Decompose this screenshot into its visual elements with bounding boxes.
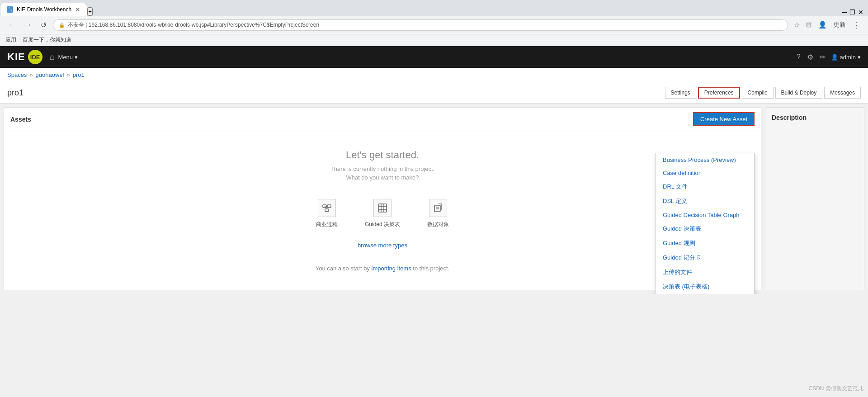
project-actions: Settings Preferences Compile Build & Dep… (665, 87, 861, 99)
bookmark-star[interactable]: ☆ (792, 19, 802, 31)
separator-2: » (67, 71, 70, 78)
restore-btn[interactable]: ❐ (849, 9, 855, 16)
app-header: KIE IDE ⌂ Menu ▾ ? ⚙ ✏ 👤 admin ▾ (0, 46, 868, 68)
create-new-asset-button[interactable]: Create New Asset (693, 112, 755, 126)
dropdown-menu: Business Process (Preview)Case definitio… (655, 153, 755, 294)
baidu-bookmark[interactable]: 百度一下，你就知道 (23, 36, 71, 44)
user-menu[interactable]: 👤 admin ▾ (831, 54, 861, 61)
data-object-icon (429, 199, 447, 217)
menu-button[interactable]: Menu ▾ (58, 54, 78, 61)
shortcut-business-process-label: 商业过程 (316, 221, 338, 228)
empty-title: Let's get started. (346, 149, 419, 161)
business-process-icon (318, 199, 336, 217)
dropdown-item-9[interactable]: 决策表 (电子表格) (656, 279, 754, 294)
dropdown-item-4[interactable]: Guided Decision Table Graph (656, 208, 754, 222)
description-title: Description (772, 114, 858, 121)
settings-button[interactable]: Settings (665, 87, 696, 99)
profile-edit-icon[interactable]: ✏ (820, 53, 826, 61)
main-container: Assets Create New Asset Let's get starte… (0, 104, 868, 294)
account-btn[interactable]: 👤 (816, 19, 829, 31)
minimize-btn[interactable]: ─ (842, 9, 847, 16)
dropdown-item-2[interactable]: DRL 文件 (656, 180, 754, 194)
guided-decision-icon (373, 199, 392, 217)
svg-rect-1 (327, 205, 331, 208)
split-screen[interactable]: ⊟ (804, 19, 814, 31)
svg-rect-5 (378, 204, 387, 212)
separator-1: » (29, 71, 33, 78)
dropdown-item-8[interactable]: 上传的文件 (656, 265, 754, 279)
address-text: 不安全 | 192.168.86.101:8080/drools-wb/kie-… (68, 21, 319, 29)
tab-favicon: 🔧 (7, 6, 13, 13)
new-tab-button[interactable]: + (87, 7, 93, 16)
assets-panel: Assets Create New Asset Let's get starte… (4, 107, 761, 290)
close-btn[interactable]: ✕ (858, 9, 863, 16)
asset-shortcuts: 商业过程 Guided 决策表 (316, 199, 449, 228)
breadcrumb-group[interactable]: guohaowel (36, 71, 64, 78)
apps-bookmark[interactable]: 应用 (5, 36, 16, 44)
compile-button[interactable]: Compile (742, 87, 774, 99)
shortcut-data-object-label: 数据对象 (427, 221, 449, 228)
dropdown-item-6[interactable]: Guided 规则 (656, 236, 754, 250)
browser-toolbar: ← → ↺ 🔒 不安全 | 192.168.86.101:8080/drools… (0, 16, 868, 34)
dropdown-overlay: Business Process (Preview)Case definitio… (655, 153, 755, 294)
forward-button[interactable]: → (22, 19, 34, 30)
browser-action-icons: ☆ ⊟ 👤 更新 ⋮ (792, 19, 863, 31)
import-text-before: You can also start by (316, 265, 372, 272)
breadcrumb-project[interactable]: pro1 (73, 71, 85, 78)
shortcut-business-process[interactable]: 商业过程 (316, 199, 338, 228)
svg-rect-2 (325, 209, 329, 212)
kie-logo: KIE IDE (7, 50, 42, 64)
import-text: You can also start by importing items to… (316, 265, 450, 272)
ide-badge: IDE (28, 50, 42, 64)
bookmarks-bar: 应用 百度一下，你就知道 (0, 34, 868, 46)
home-button[interactable]: ⌂ (50, 52, 55, 62)
browser-tabs: 🔧 KIE Drools Workbench ✕ + ─ ❐ ✕ (0, 0, 868, 16)
shortcut-data-object[interactable]: 数据对象 (427, 199, 449, 228)
content-area: Assets Create New Asset Let's get starte… (0, 104, 868, 294)
browse-more-link[interactable]: browse more types (358, 242, 407, 249)
help-icon[interactable]: ? (797, 53, 801, 61)
dropdown-item-7[interactable]: Guided 记分卡 (656, 250, 754, 265)
dropdown-item-5[interactable]: Guided 决策表 (656, 222, 754, 236)
refresh-button[interactable]: 更新 (831, 19, 848, 31)
reload-button[interactable]: ↺ (38, 19, 49, 31)
preferences-button[interactable]: Preferences (698, 87, 740, 99)
shortcut-guided-decision[interactable]: Guided 决策表 (365, 199, 400, 228)
dropdown-item-3[interactable]: DSL 定义 (656, 194, 754, 208)
browser-chrome: 🔧 KIE Drools Workbench ✕ + ─ ❐ ✕ ← → ↺ 🔒… (0, 0, 868, 46)
active-tab[interactable]: 🔧 KIE Drools Workbench ✕ (0, 3, 87, 16)
user-label: admin (840, 54, 856, 61)
build-deploy-button[interactable]: Build & Deploy (775, 87, 823, 99)
user-icon: 👤 (831, 54, 838, 61)
tab-title: KIE Drools Workbench (17, 6, 71, 13)
import-text-after: to this project. (411, 265, 450, 272)
menu-label: Menu (58, 54, 73, 61)
breadcrumb: Spaces » guohaowel » pro1 (0, 68, 868, 82)
settings-icon[interactable]: ⚙ (807, 53, 813, 61)
back-button[interactable]: ← (5, 19, 18, 30)
messages-button[interactable]: Messages (824, 87, 861, 99)
security-icon: 🔒 (59, 22, 65, 28)
dropdown-item-0[interactable]: Business Process (Preview) (656, 153, 754, 166)
header-icons: ? ⚙ ✏ (797, 53, 826, 61)
description-panel: Description (765, 107, 864, 290)
empty-sub1: There is currently nothing in this proje… (330, 165, 435, 172)
assets-header: Assets Create New Asset (4, 108, 761, 131)
more-menu[interactable]: ⋮ (850, 19, 863, 31)
importing-items-link[interactable]: importing items (372, 265, 411, 272)
dropdown-item-1[interactable]: Case definition (656, 166, 754, 180)
project-header: pro1 Settings Preferences Compile Build … (0, 82, 868, 104)
assets-title: Assets (10, 116, 693, 123)
svg-rect-10 (434, 205, 440, 212)
breadcrumb-spaces[interactable]: Spaces (7, 71, 27, 78)
kie-text: KIE (7, 51, 25, 63)
menu-arrow: ▾ (75, 54, 78, 61)
shortcut-guided-decision-label: Guided 决策表 (365, 221, 400, 228)
tab-close-btn[interactable]: ✕ (75, 6, 80, 13)
empty-sub2: What do you want to make? (346, 174, 419, 181)
assets-body: Let's get started. There is currently no… (4, 131, 761, 290)
address-bar[interactable]: 🔒 不安全 | 192.168.86.101:8080/drools-wb/ki… (53, 19, 788, 31)
user-arrow: ▾ (858, 54, 861, 61)
project-title: pro1 (7, 88, 665, 98)
